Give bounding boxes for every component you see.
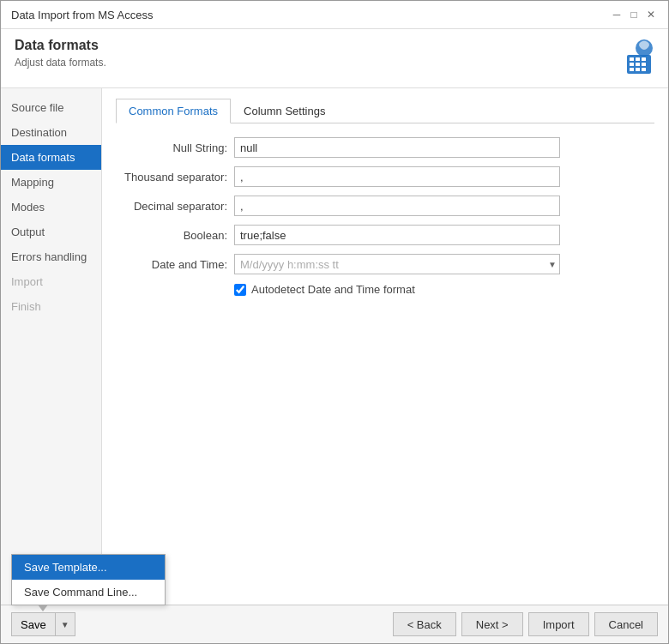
thousand-separator-row: Thousand separator: [116,166,654,187]
close-button[interactable]: ✕ [644,8,658,21]
null-string-label: Null String: [116,141,227,154]
save-button-group: Save ▼ [11,612,75,636]
svg-rect-4 [642,57,646,61]
page-title: Data formats [15,38,106,53]
content-area: Common Formats Column Settings Null Stri… [102,88,668,605]
save-template-item[interactable]: Save Template... [12,555,165,580]
maximize-button[interactable]: □ [627,8,641,21]
svg-rect-3 [636,57,640,61]
header-left: Data formats Adjust data formats. [15,38,106,69]
boolean-label: Boolean: [116,229,227,242]
svg-rect-8 [630,68,634,71]
page-subtitle: Adjust data formats. [15,57,106,69]
header-section: Data formats Adjust data formats. [1,29,668,88]
sidebar-item-finish: Finish [1,294,101,319]
save-dropdown-menu: Save Template... Save Command Line... [11,554,166,605]
null-string-row: Null String: [116,137,654,158]
main-content: Source file Destination Data formats Map… [1,88,668,605]
svg-rect-2 [630,57,634,61]
tab-common-formats[interactable]: Common Formats [116,99,231,123]
date-time-select-wrapper: M/d/yyyy h:mm:ss tt ▼ [234,254,560,274]
sidebar-item-destination[interactable]: Destination [1,120,101,145]
boolean-input[interactable] [234,225,560,245]
save-main-button[interactable]: Save [12,613,56,635]
title-bar-left: Data Import from MS Access [11,9,153,21]
svg-rect-9 [636,68,640,71]
thousand-separator-input[interactable] [234,166,560,187]
sidebar-item-modes[interactable]: Modes [1,195,101,220]
sidebar-item-import: Import [1,269,101,294]
sidebar-item-data-formats[interactable]: Data formats [1,145,101,170]
decimal-separator-input[interactable] [234,196,560,216]
dropdown-pointer [38,605,48,611]
thousand-separator-label: Thousand separator: [116,171,227,184]
bottom-bar: Save Template... Save Command Line... Sa… [1,605,668,643]
sidebar: Source file Destination Data formats Map… [1,88,102,605]
save-arrow-button[interactable]: ▼ [56,613,75,635]
svg-rect-10 [642,68,646,71]
title-bar: Data Import from MS Access ─ □ ✕ [1,1,668,29]
date-time-select[interactable]: M/d/yyyy h:mm:ss tt [234,254,560,274]
boolean-row: Boolean: [116,225,654,245]
null-string-input[interactable] [234,137,560,158]
next-button[interactable]: Next > [461,612,523,636]
cancel-button[interactable]: Cancel [594,612,658,636]
app-icon [613,38,654,79]
decimal-separator-row: Decimal separator: [116,196,654,216]
sidebar-item-source-file[interactable]: Source file [1,95,101,120]
import-button[interactable]: Import [528,612,589,636]
sidebar-item-output[interactable]: Output [1,220,101,244]
bottom-left: Save Template... Save Command Line... Sa… [11,612,75,636]
sidebar-item-mapping[interactable]: Mapping [1,170,101,195]
date-time-label: Date and Time: [116,258,227,271]
save-command-line-item[interactable]: Save Command Line... [12,580,165,605]
back-button[interactable]: < Back [393,612,456,636]
sidebar-item-errors-handling[interactable]: Errors handling [1,244,101,269]
autodetect-checkbox[interactable] [234,284,246,296]
bottom-right: < Back Next > Import Cancel [393,612,658,636]
tab-column-settings[interactable]: Column Settings [231,99,338,123]
svg-rect-7 [642,63,646,66]
decimal-separator-label: Decimal separator: [116,200,227,213]
window-title: Data Import from MS Access [11,9,153,21]
svg-rect-5 [630,63,634,66]
date-time-row: Date and Time: M/d/yyyy h:mm:ss tt ▼ [116,254,654,274]
tabs: Common Formats Column Settings [116,99,654,123]
svg-rect-6 [636,63,640,66]
title-controls: ─ □ ✕ [610,8,658,21]
autodetect-label: Autodetect Date and Time format [251,283,415,296]
minimize-button[interactable]: ─ [610,8,624,21]
form-section: Null String: Thousand separator: Decimal… [116,137,654,296]
autodetect-row: Autodetect Date and Time format [234,283,654,296]
main-window: Data Import from MS Access ─ □ ✕ Data fo… [0,0,669,644]
